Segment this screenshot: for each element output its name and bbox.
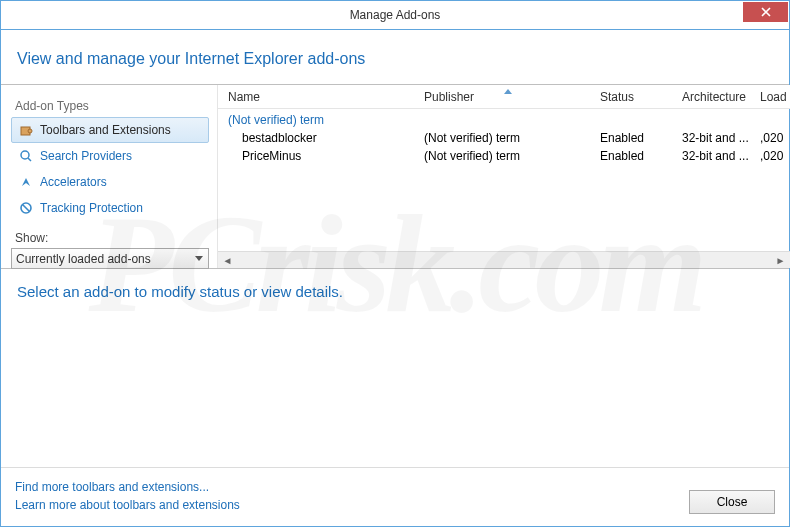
sidebar-item-label: Toolbars and Extensions: [40, 123, 171, 137]
list-body: (Not verified) term bestadblocker (Not v…: [218, 109, 790, 251]
show-dropdown[interactable]: Currently loaded add-ons: [11, 248, 209, 269]
show-label: Show:: [15, 231, 209, 245]
sidebar-item-search-providers[interactable]: Search Providers: [11, 143, 209, 169]
sidebar-item-accelerators[interactable]: Accelerators: [11, 169, 209, 195]
sidebar: Add-on Types Toolbars and Extensions Sea…: [1, 85, 217, 268]
close-button[interactable]: Close: [689, 490, 775, 514]
horizontal-scrollbar[interactable]: ◄ ►: [218, 251, 790, 268]
svg-line-6: [23, 205, 30, 212]
col-header-publisher-label: Publisher: [424, 90, 474, 104]
scroll-left-icon[interactable]: ◄: [220, 254, 235, 267]
svg-line-3: [28, 158, 31, 161]
cell-status: Enabled: [600, 131, 682, 145]
window-title: Manage Add-ons: [1, 8, 789, 22]
dropdown-value: Currently loaded add-ons: [16, 252, 151, 266]
scroll-right-icon[interactable]: ►: [773, 254, 788, 267]
cell-publisher: (Not verified) term: [424, 131, 600, 145]
svg-point-2: [21, 151, 29, 159]
sidebar-item-label: Search Providers: [40, 149, 132, 163]
window-close-button[interactable]: [743, 2, 788, 22]
sidebar-item-label: Accelerators: [40, 175, 107, 189]
cell-name: PriceMinus: [228, 149, 424, 163]
cell-architecture: 32-bit and ...: [682, 149, 760, 163]
group-header: (Not verified) term: [224, 111, 790, 129]
col-header-load[interactable]: Load: [756, 90, 786, 104]
cell-load: ,020: [760, 149, 790, 163]
svg-point-1: [28, 129, 32, 133]
sidebar-item-tracking-protection[interactable]: Tracking Protection: [11, 195, 209, 221]
link-learn-more[interactable]: Learn more about toolbars and extensions: [15, 496, 240, 514]
search-icon: [18, 148, 34, 164]
footer: Find more toolbars and extensions... Lea…: [1, 467, 789, 526]
cell-name: bestadblocker: [228, 131, 424, 145]
sidebar-item-label: Tracking Protection: [40, 201, 143, 215]
footer-links: Find more toolbars and extensions... Lea…: [15, 478, 240, 514]
col-header-publisher[interactable]: Publisher: [420, 90, 596, 104]
table-row[interactable]: PriceMinus (Not verified) term Enabled 3…: [224, 147, 790, 165]
page-subtitle: View and manage your Internet Explorer a…: [1, 30, 789, 84]
cell-load: ,020: [760, 131, 790, 145]
block-icon: [18, 200, 34, 216]
cell-status: Enabled: [600, 149, 682, 163]
col-header-name[interactable]: Name: [224, 90, 420, 104]
col-header-architecture[interactable]: Architecture: [678, 90, 756, 104]
window-body: View and manage your Internet Explorer a…: [0, 30, 790, 527]
accelerator-icon: [18, 174, 34, 190]
puzzle-icon: [18, 122, 34, 138]
svg-marker-4: [22, 178, 30, 186]
link-find-more[interactable]: Find more toolbars and extensions...: [15, 478, 240, 496]
col-header-status[interactable]: Status: [596, 90, 678, 104]
addons-list-panel: Name Publisher Status Architecture Load …: [217, 85, 790, 268]
close-icon: [761, 7, 771, 17]
column-headers: Name Publisher Status Architecture Load: [218, 85, 790, 109]
detail-prompt: Select an add-on to modify status or vie…: [1, 269, 789, 314]
sidebar-item-toolbars-extensions[interactable]: Toolbars and Extensions: [11, 117, 209, 143]
cell-publisher: (Not verified) term: [424, 149, 600, 163]
sort-asc-icon: [504, 89, 512, 94]
table-row[interactable]: bestadblocker (Not verified) term Enable…: [224, 129, 790, 147]
cell-architecture: 32-bit and ...: [682, 131, 760, 145]
titlebar: Manage Add-ons: [0, 0, 790, 30]
addon-types-label: Add-on Types: [15, 99, 209, 113]
